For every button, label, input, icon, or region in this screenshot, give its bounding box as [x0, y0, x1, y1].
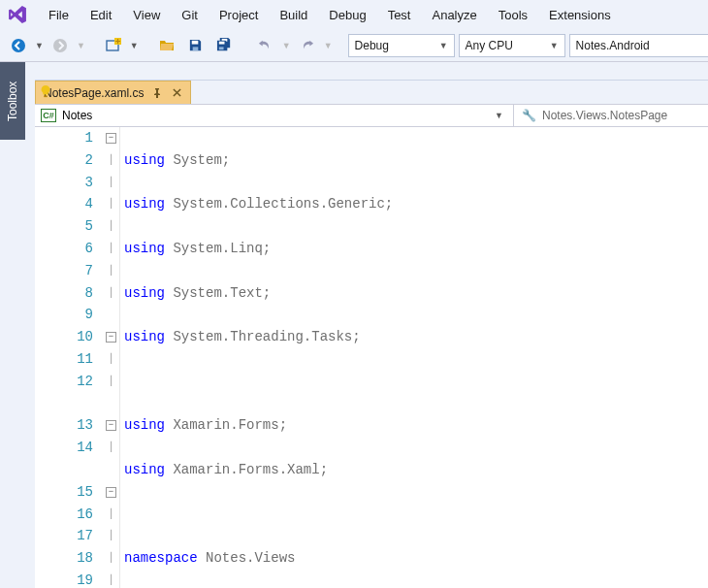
chevron-down-icon: ▼: [439, 41, 448, 50]
fold-toggle-icon: −: [106, 420, 116, 431]
menu-test[interactable]: Test: [378, 4, 421, 26]
document-well: NotesPage.xaml.cs C# Notes ▼ 🔧 Notes.Vie…: [35, 80, 708, 588]
main-toolbar: ▼ ▼ ▼ ▼ ▼ Debug▼ Any CPU▼ Notes.Android: [0, 29, 708, 62]
code-text[interactable]: using System; using System.Collections.G…: [120, 127, 708, 588]
menu-git[interactable]: Git: [172, 4, 208, 26]
menu-edit[interactable]: Edit: [80, 4, 121, 26]
chevron-down-icon: ▼: [550, 41, 559, 50]
menu-extensions[interactable]: Extensions: [539, 4, 621, 26]
open-file-button[interactable]: [154, 33, 179, 58]
menu-build[interactable]: Build: [270, 4, 317, 26]
chevron-down-icon: ▼: [282, 41, 291, 50]
menu-file[interactable]: File: [39, 4, 79, 26]
new-project-button[interactable]: [101, 33, 126, 58]
outlining-margin[interactable]: − ││││ │││ − ││ − │ − ││││: [103, 127, 120, 588]
menu-view[interactable]: View: [123, 4, 170, 26]
chevron-down-icon[interactable]: ▼: [35, 41, 44, 50]
menu-debug[interactable]: Debug: [319, 4, 375, 26]
vs-logo-icon: [6, 3, 29, 26]
close-icon[interactable]: [171, 87, 182, 99]
tab-filename: NotesPage.xaml.cs: [44, 86, 144, 100]
line-number-gutter: 1 2 3 4 5 6 7 8 9 10 11 12 13 14 15 16 1…: [35, 127, 103, 588]
pin-icon[interactable]: [151, 87, 163, 99]
toolbox-panel-tab[interactable]: Toolbox: [0, 62, 25, 140]
tab-strip: NotesPage.xaml.cs: [35, 81, 708, 104]
svg-rect-8: [219, 47, 224, 49]
save-all-button[interactable]: [212, 33, 238, 58]
startup-project-dropdown[interactable]: Notes.Android: [569, 34, 708, 57]
navigation-bar: C# Notes ▼ 🔧 Notes.Views.NotesPage: [35, 104, 708, 127]
code-editor[interactable]: 1 2 3 4 5 6 7 8 9 10 11 12 13 14 15 16 1…: [35, 127, 708, 588]
menu-analyze[interactable]: Analyze: [422, 4, 486, 26]
config-dropdown[interactable]: Debug▼: [348, 34, 455, 57]
nav-project-dropdown[interactable]: C# Notes ▼: [35, 105, 514, 126]
file-tab-active[interactable]: NotesPage.xaml.cs: [35, 81, 191, 104]
chevron-down-icon: ▼: [324, 41, 333, 50]
nav-forward-button[interactable]: [48, 33, 73, 58]
save-button[interactable]: [183, 33, 209, 58]
menu-project[interactable]: Project: [209, 4, 268, 26]
redo-button[interactable]: [295, 33, 320, 58]
svg-rect-4: [192, 41, 199, 45]
svg-rect-5: [193, 47, 199, 50]
nav-back-button[interactable]: [6, 33, 31, 58]
menu-tools[interactable]: Tools: [489, 4, 537, 26]
chevron-down-icon[interactable]: ▼: [130, 41, 139, 50]
menu-bar: File Edit View Git Project Build Debug T…: [0, 0, 708, 29]
csharp-project-icon: C#: [41, 109, 56, 122]
fold-toggle-icon: −: [106, 332, 116, 343]
svg-rect-7: [219, 42, 225, 45]
chevron-down-icon: ▼: [77, 41, 85, 50]
chevron-down-icon: ▼: [495, 111, 507, 120]
fold-toggle-icon: −: [106, 487, 116, 498]
nav-member-dropdown[interactable]: 🔧 Notes.Views.NotesPage: [514, 105, 708, 126]
fold-toggle-icon: −: [106, 133, 116, 144]
svg-point-0: [12, 39, 25, 52]
undo-button[interactable]: [253, 33, 278, 58]
class-icon: 🔧: [522, 109, 536, 122]
svg-point-1: [53, 39, 67, 52]
platform-dropdown[interactable]: Any CPU▼: [459, 34, 565, 57]
